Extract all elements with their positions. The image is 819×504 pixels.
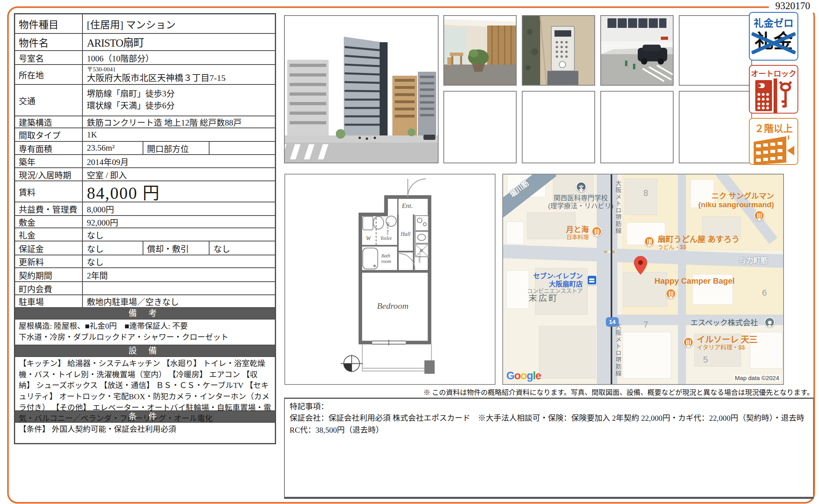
transit-line-1: 堺筋線「扇町」徒歩3分 (87, 87, 175, 99)
remarks-header: 備 考 (15, 307, 275, 319)
floorplan-label-closet: Closet (418, 253, 422, 263)
photo-empty-1 (679, 15, 752, 86)
poi-ilsole-label: イルソーレ 天三 (697, 335, 758, 344)
crossing-dot (604, 251, 607, 253)
route-14-shield: 14 (606, 317, 619, 327)
badge-autolock: オートロック (749, 65, 798, 114)
badge-no-key-money: 礼金ゼロ 礼金 (749, 12, 798, 61)
row-value: 1006（10階部分） (83, 51, 275, 64)
google-letter: o (521, 370, 527, 382)
floorplan-label-bath-2: room (381, 259, 391, 264)
property-table: 物件種目 [住居用] マンション 物件名 ARISTO扇町 号室名 1006（1… (14, 13, 276, 444)
row-value: 敷地内駐車場／空きなし (83, 295, 275, 307)
crossing-dot (608, 251, 611, 253)
photo-empty-3 (522, 91, 595, 163)
remarks-line-1: 屋根構造: 陸屋根、■礼金0円 ■連帯保証人: 不要 (19, 321, 271, 332)
table-row: 契約期間 2年間 (15, 267, 275, 281)
fork-knife-glyph (669, 291, 673, 296)
table-row: 礼金 なし (15, 227, 275, 241)
equipment-header: 設 備 (15, 345, 275, 356)
poi-school-label: 関西医科専門学校 (理学療法・リハビリ) (525, 194, 637, 210)
equipment-text: 【キッチン】 給湯器・システムキッチン 【水廻り】 トイレ・浴室乾燥機・バス・ト… (15, 356, 275, 410)
row-label: 更新料 (15, 255, 83, 267)
address: 大阪府大阪市北区天神橋３丁目7-15 (87, 73, 225, 83)
photo-main-exterior (284, 15, 439, 163)
pin-dot (768, 321, 772, 324)
conditions-text: 【条件】 外国人契約可能・保証会社利用必須 (15, 422, 275, 443)
row-label: 物件名 (15, 34, 83, 50)
table-row: 共益費・管理費 8,000円 (15, 202, 275, 215)
floorplan-drawing: Ent. Shoe box Hall Toilet W Bath room R … (285, 175, 495, 384)
row-value: ARISTO扇町 (83, 34, 275, 50)
row-label: 礼金 (15, 228, 83, 241)
special-notes-title: 特記事項： (290, 401, 808, 412)
fork-knife-glyph (757, 213, 762, 218)
row-label: 敷金 (15, 216, 83, 227)
restaurant-pin-icon (644, 236, 654, 247)
row-value: 23.56m² (83, 142, 143, 154)
floorplan-label-shoebox: Shoe box (386, 222, 390, 235)
rent-value: 84,000 円 (83, 181, 275, 202)
row-sub-value (210, 142, 275, 154)
floorplan-label-toilet: Toilet (380, 235, 392, 241)
table-row: 専有面積 23.56m² 開口部方位 (15, 141, 275, 154)
row-label: 物件種目 (15, 14, 83, 33)
poi-udon-label: 扇町うどん屋 あすろう (658, 235, 740, 244)
restaurant-pin-icon (754, 210, 764, 221)
rail-label-bottom: 大阪メトロ堺筋線 (615, 323, 621, 377)
school-pin-icon: 文 (576, 182, 586, 192)
google-logo: Google (506, 370, 541, 382)
table-row: 駐車場 敷地内駐車場／空きなし (15, 294, 275, 307)
table-row: 所在地 〒530-0041 大阪府大阪市北区天神橋３丁目7-15 (15, 64, 275, 84)
remarks-line-2: 下水道・冷房・ダブルロックドア・シャワー・クローゼット (19, 332, 271, 343)
document-number: 9320170 (769, 0, 817, 13)
photo-lobby (443, 15, 517, 86)
convenience-store-icon (587, 275, 597, 285)
building-exterior-illustration (285, 16, 438, 163)
restaurant-pin-icon (592, 226, 602, 237)
row-value: 鉄筋コンクリート造 地上12階 総戸数88戸 (83, 116, 275, 127)
fork-knife-glyph (595, 229, 599, 234)
block-number-8: 8 (643, 188, 648, 198)
property-location-pin (633, 256, 648, 275)
block-number-7: 7 (643, 320, 648, 330)
row-label: 号室名 (15, 51, 83, 64)
fork-knife-glyph (686, 340, 691, 345)
row-value: なし (83, 255, 275, 267)
parking-illustration (601, 16, 673, 85)
photo-empty-4 (600, 91, 674, 163)
crossed-out-reikin-text: 礼金 (754, 31, 793, 52)
crossing-dot (612, 251, 615, 253)
row-label: 保証金 (15, 241, 83, 255)
row-value: 92,000円 (83, 216, 275, 227)
intercom-illustration (523, 16, 594, 85)
special-notes-body: 保証会社：保証会社利用必須 株式会社エポスカード ※大手法人相談可・保険：保険要… (290, 412, 808, 436)
row-value: 1K (83, 128, 275, 141)
map-building (506, 222, 524, 244)
floorplan-panel: Ent. Shoe box Hall Toilet W Bath room R … (284, 174, 496, 385)
row-label: 築年 (15, 155, 83, 167)
row-label: 現況/入居時期 (15, 168, 83, 180)
row-label: 所在地 (15, 65, 83, 84)
restaurant-pin-icon (683, 337, 694, 347)
google-letter: o (514, 370, 521, 382)
floorplan-label-fridge: R (419, 248, 423, 253)
transit-line-2: 環状線「天満」徒歩6分 (87, 99, 175, 111)
block-number-5: 5 (703, 355, 708, 365)
row-value: 2年間 (83, 268, 275, 281)
table-row: 間取タイプ 1K (15, 127, 275, 141)
postal-code: 〒530-0041 (87, 66, 116, 73)
block-number-6: 6 (762, 288, 767, 298)
table-row: 物件種目 [住居用] マンション (15, 14, 275, 33)
poi-tsukitoumi-label: 月と海 (543, 226, 589, 234)
google-letter: G (506, 370, 514, 382)
table-row: 更新料 なし (15, 255, 275, 267)
area-label-suehirocho: 末広町 (529, 293, 558, 303)
row-label: 駐車場 (15, 295, 83, 307)
row-sub-label: 償却・敷引 (143, 241, 210, 255)
photo-empty-5 (679, 91, 752, 163)
poi-udon-sub: うどん・$$ (658, 244, 686, 251)
table-row: 保証金 なし 償却・敷引 なし (15, 241, 275, 255)
remarks-text: 屋根構造: 陸屋根、■礼金0円 ■連帯保証人: 不要 下水道・冷房・ダブルロック… (15, 319, 275, 345)
autolock-icon (754, 78, 794, 113)
